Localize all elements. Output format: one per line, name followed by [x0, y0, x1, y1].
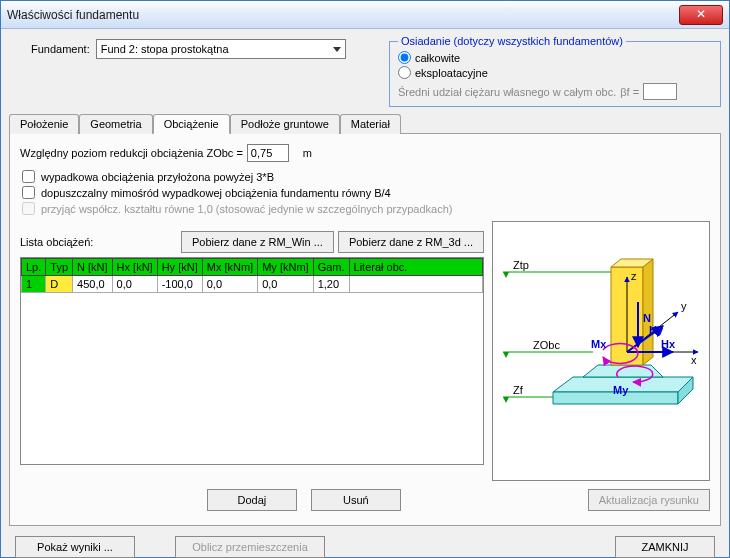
- th-my[interactable]: My [kNm]: [258, 259, 313, 276]
- th-n[interactable]: N [kN]: [73, 259, 113, 276]
- tab-polozenie[interactable]: Położenie: [9, 114, 79, 134]
- svg-text:Zf: Zf: [513, 384, 524, 396]
- table-row[interactable]: 1 D 450,0 0,0 -100,0 0,0 0,0 1,20: [22, 276, 483, 293]
- osiadanie-gray: Średni udział ciężaru własnego w całym o…: [398, 83, 712, 100]
- chk-mimosrod[interactable]: [22, 186, 35, 199]
- th-mx[interactable]: Mx [kNm]: [202, 259, 257, 276]
- btn-oblicz: Oblicz przemieszczenia: [175, 536, 325, 558]
- tab-panel-obciazenie: Względny poziom redukcji obciążenia ZObc…: [9, 134, 721, 526]
- zobc-unit: m: [303, 147, 312, 159]
- th-hx[interactable]: Hx [kN]: [112, 259, 157, 276]
- svg-marker-7: [503, 397, 509, 403]
- svg-text:My: My: [613, 384, 629, 396]
- diagram: Ztp ZObc Zf: [492, 221, 710, 481]
- beta-input: [643, 83, 677, 100]
- osiadanie-group: Osiadanie (dotyczy wszystkich fundamentó…: [389, 35, 721, 107]
- lista-label: Lista obciążeń:: [20, 236, 93, 248]
- btn-aktualizacja: Aktualizacja rysunku: [588, 489, 710, 511]
- load-table[interactable]: Lp. Typ N [kN] Hx [kN] Hy [kN] Mx [kNm] …: [21, 258, 483, 293]
- svg-text:y: y: [681, 300, 687, 312]
- th-typ[interactable]: Typ: [46, 259, 73, 276]
- svg-text:Ztp: Ztp: [513, 259, 529, 271]
- btn-usun[interactable]: Usuń: [311, 489, 401, 511]
- btn-pokaz-wyniki[interactable]: Pokaż wyniki ...: [15, 536, 135, 558]
- btn-zamknij[interactable]: ZAMKNIJ: [615, 536, 715, 558]
- titlebar: Właściwości fundamentu ✕: [1, 1, 729, 29]
- chk-ksztalt-label: przyjąć współcz. kształtu równe 1,0 (sto…: [41, 203, 452, 215]
- tab-obciazenie[interactable]: Obciążenie: [153, 114, 230, 134]
- svg-text:z: z: [631, 270, 637, 282]
- zobc-label: Względny poziom redukcji obciążenia ZObc…: [20, 147, 243, 159]
- client-area: Fundament: Fund 2: stopa prostokątna Osi…: [1, 29, 729, 558]
- tabstrip: Położenie Geometria Obciążenie Podłoże g…: [9, 113, 721, 134]
- svg-text:Mx: Mx: [591, 338, 607, 350]
- th-lit[interactable]: Literał obc.: [349, 259, 482, 276]
- diagram-svg: Ztp ZObc Zf: [493, 222, 709, 480]
- osiadanie-legend: Osiadanie (dotyczy wszystkich fundamentó…: [398, 35, 626, 47]
- fundament-label: Fundament:: [31, 43, 90, 55]
- radio-calkowite-label: całkowite: [415, 52, 460, 64]
- radio-eksploatacyjne-label: eksploatacyjne: [415, 67, 488, 79]
- load-table-wrap: Lp. Typ N [kN] Hx [kN] Hy [kN] Mx [kNm] …: [20, 257, 484, 465]
- tab-podloze[interactable]: Podłoże gruntowe: [230, 114, 340, 134]
- footer-buttons: Pokaż wyniki ... Oblicz przemieszczenia …: [9, 536, 721, 558]
- window-title: Właściwości fundamentu: [7, 8, 139, 22]
- svg-text:ZObc: ZObc: [533, 339, 560, 351]
- svg-text:x: x: [691, 354, 697, 366]
- radio-calkowite[interactable]: [398, 51, 411, 64]
- btn-rm3d[interactable]: Pobierz dane z RM_3d ...: [338, 231, 484, 253]
- radio-eksploatacyjne[interactable]: [398, 66, 411, 79]
- th-lp[interactable]: Lp.: [22, 259, 46, 276]
- tab-material[interactable]: Materiał: [340, 114, 401, 134]
- th-hy[interactable]: Hy [kN]: [157, 259, 202, 276]
- fundament-select[interactable]: Fund 2: stopa prostokątna: [96, 39, 346, 59]
- svg-text:Hx: Hx: [661, 338, 676, 350]
- btn-dodaj[interactable]: Dodaj: [207, 489, 297, 511]
- zobc-input[interactable]: [247, 144, 289, 162]
- svg-marker-1: [503, 272, 509, 278]
- chk-wypadkowa-label: wypadkowa obciążenia przyłożona powyżej …: [41, 171, 274, 183]
- window: Właściwości fundamentu ✕ Fundament: Fund…: [0, 0, 730, 558]
- svg-marker-4: [503, 352, 509, 358]
- close-icon[interactable]: ✕: [679, 5, 723, 25]
- tab-geometria[interactable]: Geometria: [79, 114, 152, 134]
- chk-ksztalt: [22, 202, 35, 215]
- svg-text:N: N: [643, 312, 651, 324]
- chk-mimosrod-label: dopuszczalny mimośród wypadkowej obciąże…: [41, 187, 391, 199]
- chk-wypadkowa[interactable]: [22, 170, 35, 183]
- th-gam[interactable]: Gam.: [313, 259, 349, 276]
- svg-text:Hy: Hy: [649, 324, 664, 336]
- btn-rmwin[interactable]: Pobierz dane z RM_Win ...: [181, 231, 334, 253]
